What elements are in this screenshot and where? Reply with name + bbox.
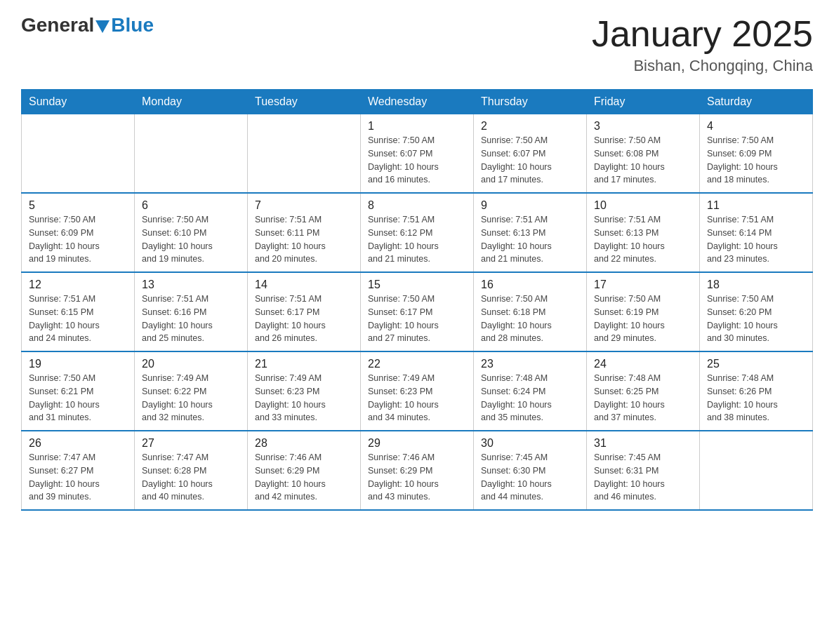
day-number: 14: [255, 279, 353, 291]
day-info: Sunrise: 7:51 AMSunset: 6:13 PMDaylight:…: [481, 213, 579, 266]
day-info: Sunrise: 7:51 AMSunset: 6:17 PMDaylight:…: [255, 293, 353, 345]
logo-triangle-icon: [95, 20, 110, 33]
day-number: 6: [142, 199, 240, 212]
day-info: Sunrise: 7:50 AMSunset: 6:19 PMDaylight:…: [594, 293, 692, 345]
day-number: 16: [481, 279, 579, 291]
day-cell: 21Sunrise: 7:49 AMSunset: 6:23 PMDayligh…: [248, 351, 361, 431]
day-info: Sunrise: 7:51 AMSunset: 6:15 PMDaylight:…: [29, 293, 127, 345]
logo-general-text: General: [21, 14, 94, 36]
day-number: 2: [481, 120, 579, 133]
day-cell: 2Sunrise: 7:50 AMSunset: 6:07 PMDaylight…: [474, 114, 587, 194]
week-row-2: 5Sunrise: 7:50 AMSunset: 6:09 PMDaylight…: [22, 193, 813, 272]
logo: General Blue: [21, 14, 154, 36]
day-cell: 25Sunrise: 7:48 AMSunset: 6:26 PMDayligh…: [700, 351, 813, 431]
day-info: Sunrise: 7:51 AMSunset: 6:13 PMDaylight:…: [594, 213, 692, 266]
day-info: Sunrise: 7:51 AMSunset: 6:11 PMDaylight:…: [255, 213, 353, 266]
header-cell-wednesday: Wednesday: [361, 90, 474, 114]
day-number: 29: [368, 437, 466, 450]
day-cell: [135, 114, 248, 194]
day-number: 8: [368, 199, 466, 212]
day-info: Sunrise: 7:50 AMSunset: 6:09 PMDaylight:…: [707, 134, 805, 187]
day-number: 1: [368, 120, 466, 133]
day-number: 19: [29, 358, 127, 370]
day-cell: 26Sunrise: 7:47 AMSunset: 6:27 PMDayligh…: [22, 431, 135, 510]
day-cell: 31Sunrise: 7:45 AMSunset: 6:31 PMDayligh…: [587, 431, 700, 510]
day-info: Sunrise: 7:48 AMSunset: 6:24 PMDaylight:…: [481, 372, 579, 424]
day-number: 11: [707, 199, 805, 212]
day-cell: 11Sunrise: 7:51 AMSunset: 6:14 PMDayligh…: [700, 193, 813, 272]
week-row-5: 26Sunrise: 7:47 AMSunset: 6:27 PMDayligh…: [22, 431, 813, 510]
day-info: Sunrise: 7:51 AMSunset: 6:16 PMDaylight:…: [142, 293, 240, 345]
day-number: 3: [594, 120, 692, 133]
day-info: Sunrise: 7:49 AMSunset: 6:22 PMDaylight:…: [142, 372, 240, 424]
week-row-3: 12Sunrise: 7:51 AMSunset: 6:15 PMDayligh…: [22, 272, 813, 351]
day-number: 21: [255, 358, 353, 370]
header-cell-thursday: Thursday: [474, 90, 587, 114]
day-info: Sunrise: 7:50 AMSunset: 6:20 PMDaylight:…: [707, 293, 805, 345]
day-cell: 15Sunrise: 7:50 AMSunset: 6:17 PMDayligh…: [361, 272, 474, 351]
day-number: 30: [481, 437, 579, 450]
day-number: 17: [594, 279, 692, 291]
day-cell: 13Sunrise: 7:51 AMSunset: 6:16 PMDayligh…: [135, 272, 248, 351]
calendar-body: 1Sunrise: 7:50 AMSunset: 6:07 PMDaylight…: [22, 114, 813, 511]
header-cell-saturday: Saturday: [700, 90, 813, 114]
day-cell: 14Sunrise: 7:51 AMSunset: 6:17 PMDayligh…: [248, 272, 361, 351]
day-info: Sunrise: 7:50 AMSunset: 6:21 PMDaylight:…: [29, 372, 127, 424]
day-cell: 8Sunrise: 7:51 AMSunset: 6:12 PMDaylight…: [361, 193, 474, 272]
header-cell-tuesday: Tuesday: [248, 90, 361, 114]
header-cell-sunday: Sunday: [22, 90, 135, 114]
calendar-title: January 2025: [592, 14, 813, 54]
day-info: Sunrise: 7:46 AMSunset: 6:29 PMDaylight:…: [255, 451, 353, 504]
day-number: 26: [29, 437, 127, 450]
day-cell: 1Sunrise: 7:50 AMSunset: 6:07 PMDaylight…: [361, 114, 474, 194]
day-number: 25: [707, 358, 805, 370]
day-cell: 7Sunrise: 7:51 AMSunset: 6:11 PMDaylight…: [248, 193, 361, 272]
day-info: Sunrise: 7:50 AMSunset: 6:18 PMDaylight:…: [481, 293, 579, 345]
day-cell: 5Sunrise: 7:50 AMSunset: 6:09 PMDaylight…: [22, 193, 135, 272]
header-cell-friday: Friday: [587, 90, 700, 114]
calendar-table: SundayMondayTuesdayWednesdayThursdayFrid…: [21, 89, 813, 511]
day-cell: 9Sunrise: 7:51 AMSunset: 6:13 PMDaylight…: [474, 193, 587, 272]
day-number: 4: [707, 120, 805, 133]
day-cell: 30Sunrise: 7:45 AMSunset: 6:30 PMDayligh…: [474, 431, 587, 510]
week-row-1: 1Sunrise: 7:50 AMSunset: 6:07 PMDaylight…: [22, 114, 813, 194]
day-number: 28: [255, 437, 353, 450]
day-cell: 16Sunrise: 7:50 AMSunset: 6:18 PMDayligh…: [474, 272, 587, 351]
calendar-header: SundayMondayTuesdayWednesdayThursdayFrid…: [22, 90, 813, 114]
day-info: Sunrise: 7:49 AMSunset: 6:23 PMDaylight:…: [368, 372, 466, 424]
week-row-4: 19Sunrise: 7:50 AMSunset: 6:21 PMDayligh…: [22, 351, 813, 431]
day-cell: 29Sunrise: 7:46 AMSunset: 6:29 PMDayligh…: [361, 431, 474, 510]
day-cell: 24Sunrise: 7:48 AMSunset: 6:25 PMDayligh…: [587, 351, 700, 431]
day-number: 13: [142, 279, 240, 291]
day-number: 10: [594, 199, 692, 212]
day-number: 18: [707, 279, 805, 291]
header-cell-monday: Monday: [135, 90, 248, 114]
day-cell: 23Sunrise: 7:48 AMSunset: 6:24 PMDayligh…: [474, 351, 587, 431]
day-cell: 18Sunrise: 7:50 AMSunset: 6:20 PMDayligh…: [700, 272, 813, 351]
day-number: 24: [594, 358, 692, 370]
day-info: Sunrise: 7:46 AMSunset: 6:29 PMDaylight:…: [368, 451, 466, 504]
day-number: 15: [368, 279, 466, 291]
day-cell: 17Sunrise: 7:50 AMSunset: 6:19 PMDayligh…: [587, 272, 700, 351]
day-info: Sunrise: 7:50 AMSunset: 6:07 PMDaylight:…: [368, 134, 466, 187]
day-number: 20: [142, 358, 240, 370]
day-cell: 3Sunrise: 7:50 AMSunset: 6:08 PMDaylight…: [587, 114, 700, 194]
day-number: 7: [255, 199, 353, 212]
day-number: 27: [142, 437, 240, 450]
day-info: Sunrise: 7:49 AMSunset: 6:23 PMDaylight:…: [255, 372, 353, 424]
day-info: Sunrise: 7:48 AMSunset: 6:26 PMDaylight:…: [707, 372, 805, 424]
day-info: Sunrise: 7:47 AMSunset: 6:28 PMDaylight:…: [142, 451, 240, 504]
day-info: Sunrise: 7:50 AMSunset: 6:08 PMDaylight:…: [594, 134, 692, 187]
day-number: 5: [29, 199, 127, 212]
day-cell: 28Sunrise: 7:46 AMSunset: 6:29 PMDayligh…: [248, 431, 361, 510]
day-cell: 4Sunrise: 7:50 AMSunset: 6:09 PMDaylight…: [700, 114, 813, 194]
calendar-subtitle: Bishan, Chongqing, China: [592, 57, 813, 75]
day-info: Sunrise: 7:51 AMSunset: 6:12 PMDaylight:…: [368, 213, 466, 266]
day-info: Sunrise: 7:50 AMSunset: 6:10 PMDaylight:…: [142, 213, 240, 266]
day-cell: 6Sunrise: 7:50 AMSunset: 6:10 PMDaylight…: [135, 193, 248, 272]
page-header: General Blue January 2025 Bishan, Chongq…: [21, 14, 813, 75]
day-number: 9: [481, 199, 579, 212]
day-info: Sunrise: 7:47 AMSunset: 6:27 PMDaylight:…: [29, 451, 127, 504]
day-cell: 12Sunrise: 7:51 AMSunset: 6:15 PMDayligh…: [22, 272, 135, 351]
header-row: SundayMondayTuesdayWednesdayThursdayFrid…: [22, 90, 813, 114]
